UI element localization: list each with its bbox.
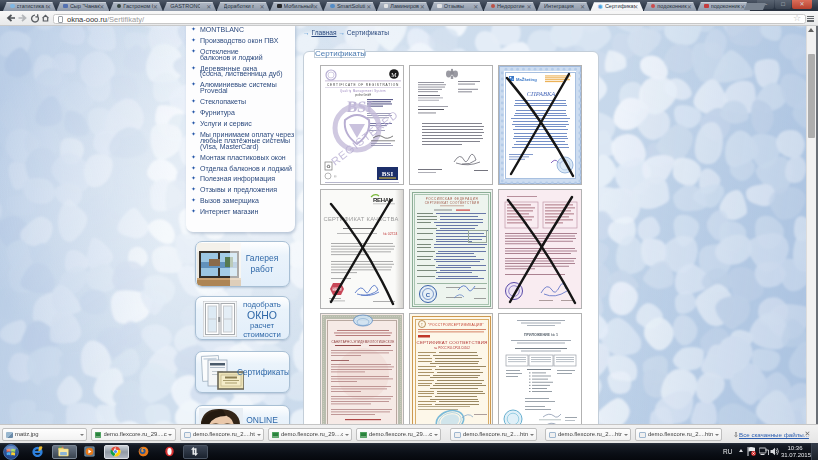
svg-text:BSI: BSI [382,170,394,178]
svg-text:САНИТАРНО-ЭПИДЕМИОЛОГИЧЕСКОЕ: САНИТАРНО-ЭПИДЕМИОЛОГИЧЕСКОЕ [331,340,394,344]
svg-text:®: ® [334,175,337,179]
svg-text:profine GmbH: profine GmbH [355,93,371,97]
svg-text:CERTIFICATE OF REGISTRATION: CERTIFICATE OF REGISTRATION [327,83,399,87]
svg-text:C: C [426,292,431,298]
svg-text:♻: ♻ [326,163,331,169]
svg-text:ПРИЛОЖЕНИЕ № 1: ПРИЛОЖЕНИЕ № 1 [524,333,558,337]
svg-text:Quality Management System: Quality Management System [340,89,386,93]
svg-text:M: M [391,72,397,78]
